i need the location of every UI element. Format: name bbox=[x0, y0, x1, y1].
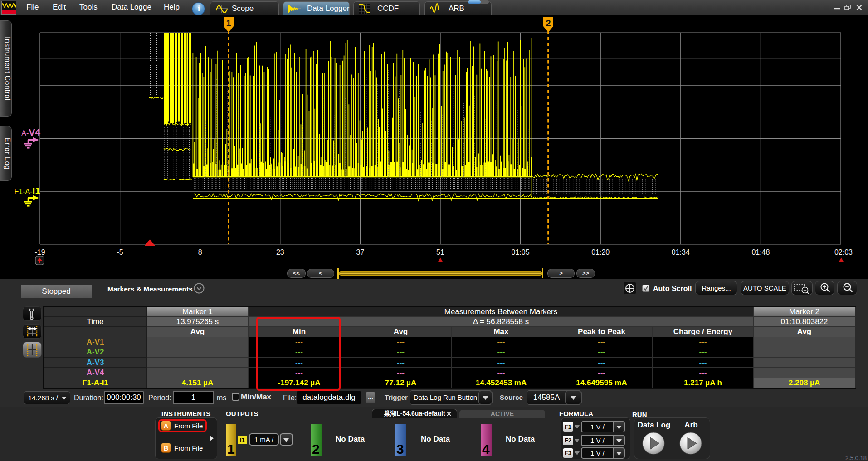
svg-text:01:34: 01:34 bbox=[672, 248, 690, 256]
svg-text:23: 23 bbox=[276, 248, 284, 256]
svg-text:2: 2 bbox=[546, 18, 551, 28]
svg-text:02:03: 02:03 bbox=[834, 248, 853, 256]
svg-text:01:20: 01:20 bbox=[591, 248, 610, 256]
svg-text:-5: -5 bbox=[117, 248, 123, 256]
svg-text:01:48: 01:48 bbox=[751, 248, 770, 256]
svg-text:8: 8 bbox=[198, 248, 202, 256]
svg-text:-19: -19 bbox=[34, 248, 45, 256]
svg-text:01:05: 01:05 bbox=[512, 248, 530, 256]
svg-text:1: 1 bbox=[226, 18, 231, 28]
svg-text:51: 51 bbox=[436, 248, 444, 256]
svg-text:37: 37 bbox=[356, 248, 365, 256]
